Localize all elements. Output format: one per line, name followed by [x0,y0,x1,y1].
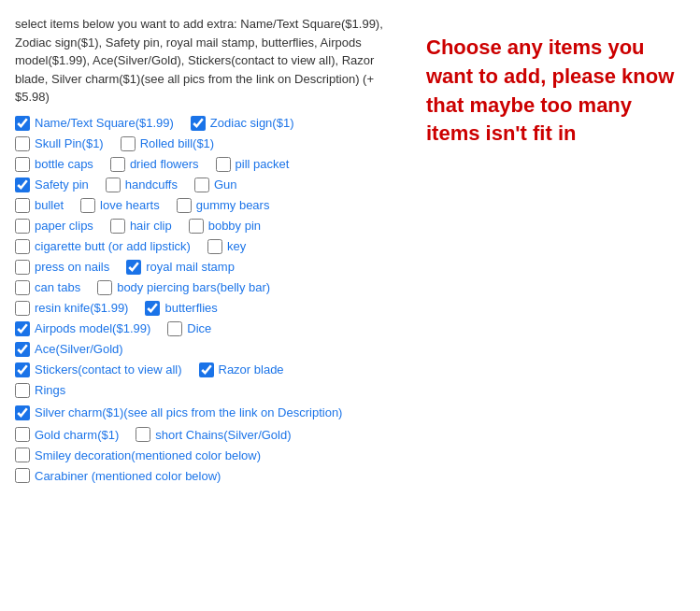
checkbox-skull-pin[interactable]: Skull Pin($1) [15,136,104,151]
row-9: can tabs body piercing bars(belly bar) [15,280,398,295]
intro-text: select items below you want to add extra… [15,15,398,107]
row-6: paper clips hair clip bobby pin [15,219,398,234]
checkbox-butterflies[interactable]: butterflies [145,301,217,316]
checkbox-razor-blade[interactable]: Razor blade [199,362,284,377]
checkbox-resin-knife[interactable]: resin knife($1.99) [15,301,128,316]
checkbox-safety-pin[interactable]: Safety pin [15,178,89,192]
checkbox-royal-mail-stamp[interactable]: royal mail stamp [126,260,235,275]
checkbox-love-hearts[interactable]: love hearts [80,198,160,213]
row-18: Carabiner (mentioned color below) [15,468,398,483]
checkbox-rolled-bill[interactable]: Rolled bill($1) [121,136,214,151]
checkbox-cigarette-butt[interactable]: cigarette butt (or add lipstick) [15,239,191,254]
row-2: Skull Pin($1) Rolled bill($1) [15,136,398,151]
checkbox-pill-packet[interactable]: pill packet [216,157,290,172]
checkbox-press-on-nails[interactable]: press on nails [15,260,109,275]
row-4: Safety pin handcuffs Gun [15,178,398,192]
checkbox-stickers[interactable]: Stickers(contact to view all) [15,362,182,377]
row-14: Rings [15,383,398,398]
checkbox-zodiac-sign[interactable]: Zodiac sign($1) [191,116,294,131]
checkbox-smiley-decoration[interactable]: Smiley decoration(mentioned color below) [15,448,261,462]
notice-text: Choose any items you want to add, please… [426,34,685,149]
checkbox-bottle-caps[interactable]: bottle caps [15,157,93,172]
row-7: cigarette butt (or add lipstick) key [15,239,398,254]
checkbox-gold-charm[interactable]: Gold charm($1) [15,427,119,442]
checkbox-gun[interactable]: Gun [194,178,237,192]
row-13: Stickers(contact to view all) Razor blad… [15,362,398,377]
row-8: press on nails royal mail stamp [15,260,398,275]
row-16: Gold charm($1) short Chains(Silver/Gold) [15,427,398,442]
checkbox-carabiner[interactable]: Carabiner (mentioned color below) [15,468,221,483]
row-10: resin knife($1.99) butterflies [15,301,398,316]
checkbox-dice[interactable]: Dice [167,321,211,336]
checkbox-body-piercing[interactable]: body piercing bars(belly bar) [97,280,270,295]
checkbox-bobby-pin[interactable]: bobby pin [189,219,261,234]
row-17: Smiley decoration(mentioned color below) [15,448,398,462]
checkbox-short-chains[interactable]: short Chains(Silver/Gold) [136,427,291,442]
left-panel: select items below you want to add extra… [15,15,407,489]
checkbox-gummy-bears[interactable]: gummy bears [177,198,270,213]
checkbox-can-tabs[interactable]: can tabs [15,280,80,295]
right-panel: Choose any items you want to add, please… [407,15,685,489]
row-1: Name/Text Square($1.99) Zodiac sign($1) [15,116,398,131]
row-5: bullet love hearts gummy bears [15,198,398,213]
checkbox-ace[interactable]: Ace(Silver/Gold) [15,342,123,357]
row-12: Ace(Silver/Gold) [15,342,398,357]
checkbox-rings[interactable]: Rings [15,383,65,398]
checkbox-hair-clip[interactable]: hair clip [110,219,172,234]
checkbox-bullet[interactable]: bullet [15,198,64,213]
checkbox-paper-clips[interactable]: paper clips [15,219,93,234]
checkbox-airpods-model[interactable]: Airpods model($1.99) [15,321,150,336]
checkbox-name-text-square[interactable]: Name/Text Square($1.99) [15,116,174,131]
checkbox-handcuffs[interactable]: handcuffs [106,178,178,192]
checkbox-silver-charm[interactable]: Silver charm($1)(see all pics from the l… [15,404,342,422]
row-11: Airpods model($1.99) Dice [15,321,398,336]
checkbox-dried-flowers[interactable]: dried flowers [110,157,199,172]
row-3: bottle caps dried flowers pill packet [15,157,398,172]
checkbox-key[interactable]: key [207,239,246,254]
row-15: Silver charm($1)(see all pics from the l… [15,404,398,422]
